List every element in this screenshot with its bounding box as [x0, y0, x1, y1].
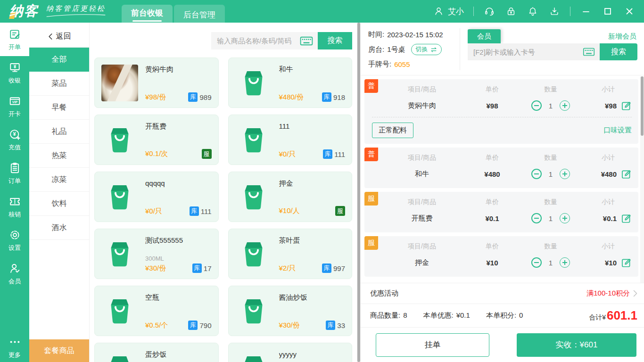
product-search-button[interactable]: 搜索 — [318, 32, 352, 49]
category-item[interactable]: 凉菜 — [29, 168, 89, 192]
product-stock: 库 918 — [322, 92, 345, 102]
cart-scrollbar-thumb[interactable] — [641, 76, 644, 136]
decrease-quantity-button[interactable] — [531, 169, 542, 179]
product-card[interactable]: 111 ¥0/只 库 111 — [228, 115, 353, 165]
member-search-button[interactable]: 搜索 — [600, 43, 637, 60]
nav-item-more[interactable]: 更多 — [0, 333, 29, 362]
ingredient-button[interactable]: 正常配料 — [372, 123, 413, 138]
increase-quantity-button[interactable] — [560, 213, 570, 223]
member-card-input[interactable] — [473, 48, 579, 56]
keyboard-icon[interactable] — [300, 36, 313, 46]
window-close-button[interactable] — [623, 5, 636, 17]
user-menu[interactable]: 艾小 — [434, 6, 464, 17]
edit-item-button[interactable] — [621, 169, 632, 180]
product-image — [235, 350, 272, 362]
product-card[interactable]: 测试555555 300ML ¥30/份 库 17 — [94, 229, 219, 279]
tab-back-management[interactable]: 后台管理 — [174, 5, 225, 23]
quantity-stepper: 1 — [512, 213, 589, 223]
product-card[interactable]: 酱油炒饭 ¥30/份 库 33 — [228, 286, 353, 336]
product-card[interactable]: 押金 ¥10/人 服 — [228, 172, 353, 222]
member-tab[interactable]: 会员 — [468, 29, 501, 43]
decrease-quantity-button[interactable] — [531, 213, 542, 223]
product-card[interactable]: 茶叶蛋 ¥2/只 库 997 — [228, 229, 353, 279]
category-item[interactable]: 菜品 — [29, 72, 89, 96]
back-button[interactable]: 返回 — [29, 26, 89, 48]
receive-payment-button[interactable]: 实收：¥601 — [517, 333, 636, 357]
decrease-quantity-button[interactable] — [531, 100, 542, 111]
product-scrollbar[interactable] — [357, 23, 361, 362]
keyboard-icon[interactable] — [583, 47, 595, 57]
edit-pencil-icon — [621, 257, 632, 268]
stock-count: 33 — [337, 321, 345, 329]
product-name: 押金 — [279, 178, 346, 188]
product-card[interactable]: yyyyy — [228, 343, 353, 362]
product-price: ¥0/只 — [279, 150, 296, 159]
switch-table-button[interactable]: 切换 — [411, 44, 442, 55]
tab-front-cashier[interactable]: 前台收银 — [122, 5, 173, 23]
category-item[interactable]: 全部 — [29, 48, 89, 72]
shopping-bag-icon — [105, 295, 135, 327]
product-card[interactable]: 空瓶 ¥0.5/个 库 790 — [94, 286, 219, 336]
nav-item-open-card[interactable]: VIP 开卡 — [0, 90, 29, 123]
product-card[interactable]: qqqqq ¥0/只 库 111 — [94, 172, 219, 222]
product-price: ¥10/人 — [279, 206, 300, 215]
top-bar: 纳客 纳客管店更轻松 前台收银 后台管理 艾小 — [0, 0, 644, 23]
increase-quantity-button[interactable] — [560, 257, 570, 268]
app-logo: 纳客 — [9, 2, 39, 21]
product-search-input[interactable] — [217, 37, 296, 45]
increase-quantity-button[interactable] — [560, 169, 570, 179]
lock-screen-button[interactable] — [505, 5, 517, 17]
cart-item-options: 正常配料 口味设置 — [372, 117, 632, 139]
cart-item-subtotal: ¥98 — [605, 102, 617, 110]
product-card[interactable]: 和牛 ¥480/份 库 918 — [228, 58, 353, 108]
combo-products-button[interactable]: 套餐商品 — [29, 339, 89, 362]
product-card[interactable]: 黄焖牛肉 ¥98/份 库 989 — [94, 58, 219, 108]
decrease-quantity-button[interactable] — [531, 257, 542, 268]
product-name: 黄焖牛肉 — [145, 64, 212, 74]
category-item[interactable]: 饮料 — [29, 192, 89, 216]
nav-item-cashier[interactable]: ¥ 收银 — [0, 56, 29, 90]
nav-item-members[interactable]: 会员 — [0, 257, 29, 290]
more-dots-icon — [8, 336, 21, 348]
category-item[interactable]: 早餐 — [29, 96, 89, 120]
nav-item-orders[interactable]: 订单 — [0, 156, 29, 190]
download-updates-button[interactable] — [548, 5, 561, 17]
category-item[interactable]: 礼品 — [29, 120, 89, 144]
category-item[interactable]: 热菜 — [29, 144, 89, 168]
notifications-button[interactable] — [527, 5, 539, 17]
product-stock: 库 997 — [322, 263, 345, 273]
edit-item-button[interactable] — [621, 257, 632, 268]
product-image — [101, 179, 138, 215]
nav-item-verify[interactable]: 核销 — [0, 190, 29, 223]
promo-row[interactable]: 优惠活动 满100-10积分 — [361, 283, 644, 304]
product-scrollbar-thumb[interactable] — [357, 23, 360, 362]
stock-badge: 库 — [192, 263, 202, 273]
active-tab-underline — [132, 20, 162, 22]
edit-item-button[interactable] — [621, 100, 632, 111]
member-card-input-box — [468, 43, 600, 60]
lock-icon — [506, 6, 516, 16]
svg-text:¥: ¥ — [13, 131, 16, 137]
product-price: ¥480/份 — [279, 93, 304, 102]
product-card[interactable]: 开瓶费 ¥0.1/次 服 — [94, 115, 219, 165]
category-item[interactable]: 酒水 — [29, 216, 89, 240]
product-name: 茶叶蛋 — [279, 235, 346, 245]
cart-item-subtotal: ¥10 — [605, 259, 617, 267]
product-stock: 库 17 — [192, 263, 212, 273]
product-image — [101, 350, 138, 362]
product-price: ¥2/只 — [279, 264, 296, 273]
edit-item-button[interactable] — [621, 213, 632, 224]
flavor-settings-link[interactable]: 口味设置 — [603, 126, 632, 135]
hold-order-button[interactable]: 挂单 — [376, 333, 489, 357]
product-price: ¥0/只 — [145, 207, 162, 216]
nav-item-open-order[interactable]: 开单 — [0, 23, 29, 56]
window-maximize-button[interactable] — [602, 5, 614, 17]
product-card[interactable]: 蛋炒饭 — [94, 343, 219, 362]
window-minimize-button[interactable] — [580, 5, 592, 17]
add-member-link[interactable]: 新增会员 — [608, 32, 636, 41]
nav-item-recharge[interactable]: ¥ 充值 — [0, 123, 29, 156]
increase-quantity-button[interactable] — [560, 100, 570, 111]
nav-item-settings[interactable]: 设置 — [0, 223, 29, 257]
support-headset-button[interactable] — [483, 5, 495, 17]
cart-scrollbar[interactable] — [640, 76, 644, 283]
